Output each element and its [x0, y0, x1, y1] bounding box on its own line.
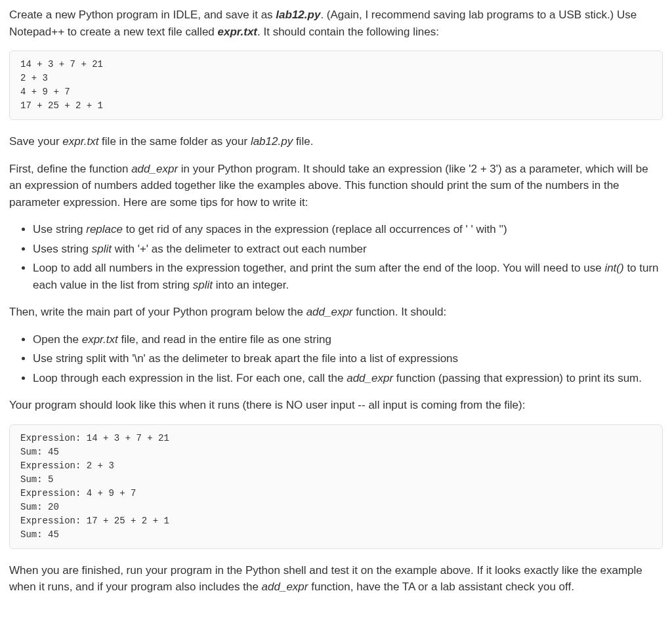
intro-paragraph: Create a new Python program in IDLE, and…	[9, 7, 663, 40]
text: Create a new Python program in IDLE, and…	[9, 9, 276, 21]
keyword-int: int()	[604, 262, 623, 274]
code-block-output: Expression: 14 + 3 + 7 + 21 Sum: 45 Expr…	[9, 424, 663, 549]
filename-exprtxt: expr.txt	[218, 26, 257, 38]
text: function, have the TA or a lab assistant…	[308, 580, 574, 593]
list-item: Uses string split with '+' as the delime…	[33, 241, 663, 258]
text: First, define the function	[9, 163, 131, 175]
text: Loop through each expression in the list…	[33, 372, 346, 384]
text: file, and read in the entire file as one…	[118, 333, 331, 346]
text: file in the same folder as your	[98, 135, 251, 148]
text: Save your	[9, 135, 62, 148]
list-item: Open the expr.txt file, and read in the …	[33, 331, 663, 348]
list-item: Loop through each expression in the list…	[33, 370, 663, 387]
then-paragraph: Then, write the main part of your Python…	[9, 304, 663, 321]
func-addexpr: add_expr	[131, 163, 178, 175]
keyword-split: split	[92, 243, 112, 255]
text: Open the	[33, 333, 82, 346]
list-item: Loop to add all numbers in the expressio…	[33, 260, 663, 293]
code-block-expr-contents: 14 + 3 + 7 + 21 2 + 3 4 + 9 + 7 17 + 25 …	[9, 51, 663, 120]
func-addexpr: add_expr	[306, 306, 353, 318]
tips-list-2: Open the expr.txt file, and read in the …	[9, 331, 663, 387]
text: Then, write the main part of your Python…	[9, 306, 306, 318]
list-item: Use string replace to get rid of any spa…	[33, 221, 663, 238]
text: to get rid of any spaces in the expressi…	[123, 223, 507, 235]
text: function. It should:	[353, 306, 447, 318]
text: into an integer.	[213, 279, 289, 291]
text: Use string	[33, 223, 86, 235]
text: Loop to add all numbers in the expressio…	[33, 262, 604, 274]
func-addexpr: add_expr	[346, 372, 393, 384]
text: Use string split with '\n' as the delime…	[33, 352, 458, 365]
text: Uses string	[33, 243, 92, 255]
run-paragraph: Your program should look like this when …	[9, 397, 663, 414]
func-addexpr: add_expr	[262, 580, 308, 593]
filename-lab12: lab12.py	[276, 9, 320, 21]
filename-exprtxt: expr.txt	[62, 135, 98, 148]
text: with '+' as the delimeter to extract out…	[112, 243, 367, 255]
list-item: Use string split with '\n' as the delime…	[33, 350, 663, 367]
filename-lab12: lab12.py	[251, 135, 293, 148]
filename-exprtxt: expr.txt	[82, 333, 118, 346]
final-paragraph: When you are finished, run your program …	[9, 562, 663, 596]
keyword-split: split	[193, 279, 213, 291]
keyword-replace: replace	[86, 223, 123, 235]
tips-list-1: Use string replace to get rid of any spa…	[9, 221, 663, 293]
first-paragraph: First, define the function add_expr in y…	[9, 161, 663, 211]
text: file.	[293, 135, 313, 148]
text: function (passing that expression) to pr…	[393, 372, 642, 384]
text: . It should contain the following lines:	[257, 26, 439, 38]
save-paragraph: Save your expr.txt file in the same fold…	[9, 133, 663, 150]
